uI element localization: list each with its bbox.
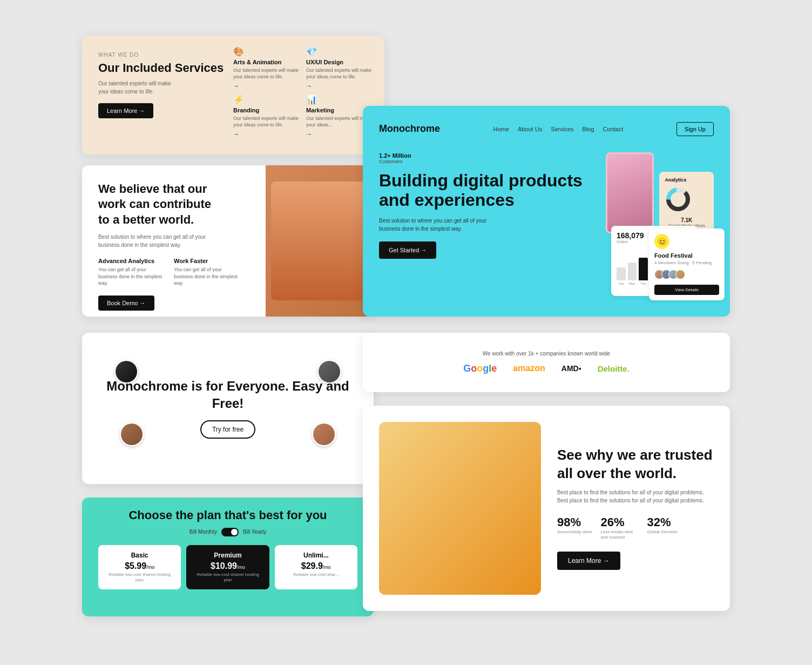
- card-companies: We work with over 1k + companies known w…: [363, 333, 730, 392]
- food-card: 😊 Food Festival 4 Members Going · 5 Pend…: [649, 229, 725, 300]
- service-item-branding: ⚡ Branding Our talented experts will mak…: [233, 95, 301, 137]
- feature-analytics-title: Advanced Analytics: [98, 258, 163, 264]
- avatar-topright: [317, 360, 341, 384]
- branding-title: Branding: [233, 107, 301, 113]
- trust-image: [379, 422, 541, 595]
- basic-desc: Reliable low-cost shared hosting plan: [105, 572, 174, 583]
- better-title: We believe that our work can contribute …: [98, 182, 217, 228]
- signup-btn[interactable]: Sign Up: [676, 122, 714, 136]
- card-services: WHAT WE DO Our Included Services Our tal…: [82, 36, 384, 155]
- svg-rect-12: [401, 438, 414, 452]
- hero-desc: Best solution to where you can get all o…: [379, 217, 509, 233]
- svg-rect-8: [411, 508, 433, 535]
- nav-blog[interactable]: Blog: [582, 126, 594, 132]
- food-avatars: [654, 270, 719, 279]
- hero-content: 1.2+ Million Customers Building digital …: [379, 152, 714, 312]
- bar-label-3: Tue: [639, 282, 648, 285]
- ux-arrow: →: [306, 83, 374, 89]
- premium-price: $10.99/mo: [193, 561, 262, 571]
- feature-faster-desc: You can get all of your business done in…: [174, 266, 239, 287]
- companies-sub: We work with over 1k + companies known w…: [483, 351, 610, 357]
- premium-desc: Reliable low-cost shared hosting plan: [193, 572, 262, 583]
- stat-label-1: Successfully done: [557, 529, 592, 535]
- bar-label-2: Mon: [628, 282, 637, 285]
- trust-image-svg: [379, 422, 541, 595]
- nav-services[interactable]: Services: [551, 126, 573, 132]
- services-grid: 🎨 Arts & Animation Our talented experts …: [233, 46, 374, 137]
- price-card-basic: Basic $5.99/mo Reliable low-cost shared …: [98, 545, 181, 590]
- trust-stat-3: 32% Global Services: [647, 515, 677, 541]
- pricing-title: Choose the plan that's best for you: [98, 508, 357, 522]
- customers-sub: Customers: [379, 159, 595, 164]
- bar-2: [628, 263, 637, 280]
- branding-arrow: →: [233, 131, 301, 137]
- svg-rect-6: [455, 530, 476, 541]
- get-started-btn[interactable]: Get Started →: [379, 241, 436, 259]
- nav-home[interactable]: Home: [493, 126, 509, 132]
- person-photo: [271, 182, 368, 300]
- trust-title: See why we are trusted all over the worl…: [557, 446, 714, 483]
- analytics-value: 7.1K: [665, 217, 708, 223]
- svg-rect-18: [449, 454, 463, 468]
- card-trust: See why we are trusted all over the worl…: [363, 406, 730, 611]
- svg-rect-11: [384, 444, 398, 457]
- ux-icon: 💎: [306, 46, 374, 57]
- svg-rect-16: [419, 465, 433, 479]
- card-pricing: Choose the plan that's best for you Bill…: [82, 498, 374, 616]
- stat-value-1: 98%: [557, 515, 592, 529]
- basic-name: Basic: [105, 552, 174, 559]
- deloitte-logo: Deloitte.: [598, 364, 630, 373]
- svg-point-9: [476, 490, 498, 516]
- unlimited-name: Unlimi...: [281, 552, 351, 559]
- better-desc: Best solution to where you can get all o…: [98, 233, 217, 249]
- amazon-logo: amazon: [513, 364, 545, 373]
- svg-rect-13: [417, 449, 430, 462]
- trust-stats: 98% Successfully done 26% Less emails se…: [557, 515, 714, 541]
- hero-nav-links: Home About Us Services Blog Contact: [493, 126, 624, 132]
- trust-right: See why we are trusted all over the worl…: [557, 422, 714, 595]
- analytics-card: Analytics 7.1K Social Media Views: [659, 172, 714, 233]
- mini-avatar-4: [675, 270, 685, 279]
- arts-arrow: →: [233, 83, 301, 89]
- ux-title: UX/UI Design: [306, 59, 374, 65]
- company-logos: Google amazon AMD▪ Deloitte.: [463, 363, 630, 374]
- svg-rect-15: [403, 457, 417, 471]
- stat-value-3: 32%: [647, 515, 677, 529]
- nav-about[interactable]: About Us: [518, 126, 542, 132]
- donut-chart: [665, 186, 692, 213]
- hero-title: Building digital products and experience…: [379, 171, 595, 211]
- svg-rect-5: [433, 487, 498, 530]
- billing-toggle[interactable]: [221, 528, 239, 536]
- feature-faster-title: Work Faster: [174, 258, 239, 264]
- svg-rect-4: [395, 519, 525, 562]
- view-details-btn[interactable]: View Details: [654, 285, 719, 295]
- unlimited-price: $29.9/mo: [281, 561, 351, 571]
- customers-count: 1.2+ Million: [379, 152, 595, 159]
- learn-more-btn[interactable]: Learn More →: [557, 552, 620, 570]
- services-btn[interactable]: Learn More →: [98, 103, 153, 118]
- book-demo-btn[interactable]: Book Demo →: [98, 295, 154, 311]
- bar-3: [639, 258, 648, 280]
- hero-nav: Monochrome Home About Us Services Blog C…: [379, 122, 714, 136]
- nav-contact[interactable]: Contact: [603, 126, 623, 132]
- card-better: We believe that our work can contribute …: [82, 165, 374, 317]
- try-free-btn[interactable]: Try for free: [200, 420, 255, 439]
- service-item-arts: 🎨 Arts & Animation Our talented experts …: [233, 46, 301, 89]
- unlimited-desc: Reliable low-cost shar...: [281, 572, 351, 577]
- google-logo: Google: [463, 363, 497, 374]
- pricing-toggle-row: Bill Monthly Bill Yearly: [98, 528, 357, 536]
- avatar-bottomright: [312, 422, 336, 446]
- avatar-topleft: [114, 360, 138, 384]
- price-card-premium: Premium $10.99/mo Reliable low-cost shar…: [186, 545, 269, 590]
- hero-logo: Monochrome: [379, 123, 440, 135]
- svg-rect-10: [477, 514, 497, 538]
- ux-desc: Our talented experts will make your idea…: [306, 67, 374, 80]
- billing-monthly-label: Bill Monthly: [190, 529, 217, 535]
- premium-name: Premium: [193, 552, 262, 559]
- bar-1: [617, 267, 626, 280]
- svg-rect-17: [436, 446, 449, 460]
- service-item-ux: 💎 UX/UI Design Our talented experts will…: [306, 46, 374, 89]
- arts-desc: Our talented experts will make your idea…: [233, 67, 301, 80]
- marketing-icon: 📊: [306, 95, 374, 105]
- billing-yearly-label: Bill Yearly: [243, 529, 266, 535]
